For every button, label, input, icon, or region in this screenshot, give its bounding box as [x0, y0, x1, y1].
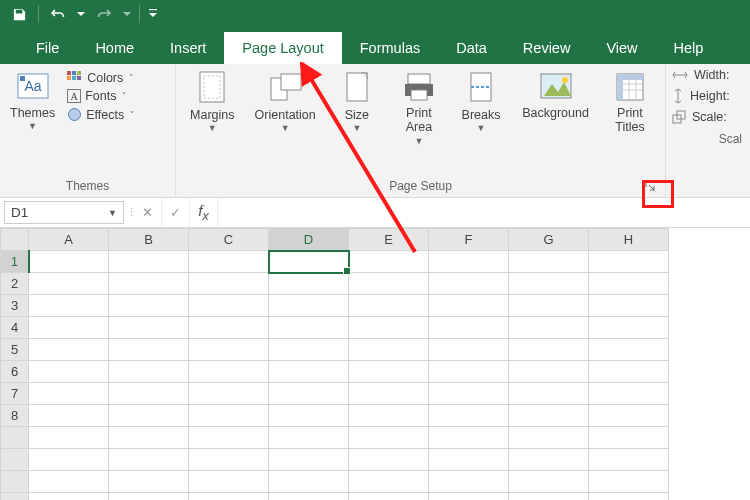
tab-insert[interactable]: Insert — [152, 32, 224, 64]
tab-view[interactable]: View — [588, 32, 655, 64]
tab-help[interactable]: Help — [656, 32, 722, 64]
print-area-label: Print Area — [406, 106, 432, 135]
themes-button[interactable]: Aa Themes ▼ — [6, 68, 59, 133]
separator — [38, 5, 39, 23]
svg-rect-8 — [67, 76, 71, 80]
col-header-d[interactable]: D — [269, 229, 349, 251]
group-themes: Aa Themes ▼ Colors˅ A Fonts˅ Effects˅ — [0, 64, 176, 197]
col-header-h[interactable]: H — [589, 229, 669, 251]
themes-label: Themes — [10, 106, 55, 120]
scale-icon — [672, 110, 686, 124]
width-icon — [672, 69, 688, 81]
cell-d1[interactable] — [269, 251, 349, 273]
svg-rect-7 — [77, 71, 81, 75]
svg-point-24 — [562, 77, 568, 83]
check-icon: ✓ — [170, 205, 181, 220]
caret-down-icon — [149, 9, 157, 19]
effects-label: Effects — [86, 108, 124, 122]
tab-review[interactable]: Review — [505, 32, 589, 64]
redo-button[interactable] — [91, 2, 117, 26]
separator — [139, 5, 140, 23]
caret-down-icon — [77, 10, 85, 18]
margins-icon — [196, 70, 228, 106]
grid-table[interactable]: A B C D E F G H 1 2 3 4 5 6 7 8 — [0, 228, 669, 500]
page-setup-dialog-launcher[interactable] — [643, 179, 657, 193]
background-label: Background — [522, 106, 589, 120]
orientation-button[interactable]: Orientation ▼ — [251, 68, 320, 135]
effects-icon — [67, 107, 82, 122]
background-button[interactable]: Background — [518, 68, 593, 122]
row-header-1[interactable]: 1 — [1, 251, 29, 273]
svg-rect-27 — [617, 74, 623, 100]
enter-formula-button[interactable]: ✓ — [162, 198, 190, 227]
cancel-formula-button[interactable]: ✕ — [134, 198, 162, 227]
row-header-3[interactable]: 3 — [1, 295, 29, 317]
formula-bar: D1 ▼ ⋮ ✕ ✓ fx — [0, 198, 750, 228]
row-header-12[interactable] — [1, 493, 29, 501]
save-button[interactable] — [6, 2, 32, 26]
print-titles-button[interactable]: Print Titles — [605, 68, 655, 137]
colors-button[interactable]: Colors˅ — [63, 70, 139, 86]
margins-button[interactable]: Margins ▼ — [186, 68, 238, 135]
svg-rect-9 — [72, 76, 76, 80]
ribbon-tabs: File Home Insert Page Layout Formulas Da… — [0, 28, 750, 64]
row-header-8[interactable]: 8 — [1, 405, 29, 427]
size-button[interactable]: Size ▼ — [332, 68, 382, 135]
tab-page-layout[interactable]: Page Layout — [224, 32, 341, 64]
name-box-value: D1 — [11, 205, 28, 220]
insert-function-button[interactable]: fx — [190, 198, 218, 227]
quick-access-toolbar — [0, 0, 750, 28]
svg-rect-16 — [347, 73, 367, 101]
svg-rect-15 — [281, 74, 301, 90]
fonts-icon: A — [67, 89, 81, 103]
print-area-button[interactable]: Print Area ▼ — [394, 68, 444, 148]
customize-qat-button[interactable] — [146, 2, 160, 26]
svg-rect-1 — [149, 9, 157, 10]
spreadsheet-grid: A B C D E F G H 1 2 3 4 5 6 7 8 — [0, 228, 750, 500]
orientation-label: Orientation — [255, 108, 316, 122]
row-header-5[interactable]: 5 — [1, 339, 29, 361]
tab-home[interactable]: Home — [77, 32, 152, 64]
svg-rect-6 — [72, 71, 76, 75]
svg-rect-19 — [411, 90, 427, 100]
row-header-9[interactable] — [1, 427, 29, 449]
col-header-e[interactable]: E — [349, 229, 429, 251]
svg-text:Aa: Aa — [24, 78, 41, 94]
redo-icon — [96, 7, 112, 21]
caret-down-icon: ▼ — [28, 122, 37, 131]
fonts-button[interactable]: A Fonts˅ — [63, 88, 139, 104]
dialog-launcher-icon — [645, 181, 656, 192]
effects-button[interactable]: Effects˅ — [63, 106, 139, 123]
row-header-11[interactable] — [1, 471, 29, 493]
col-header-f[interactable]: F — [429, 229, 509, 251]
row-header-4[interactable]: 4 — [1, 317, 29, 339]
breaks-icon — [466, 70, 496, 106]
col-header-b[interactable]: B — [109, 229, 189, 251]
undo-button[interactable] — [45, 2, 71, 26]
col-header-g[interactable]: G — [509, 229, 589, 251]
tab-file[interactable]: File — [18, 32, 77, 64]
redo-more-button[interactable] — [121, 2, 133, 26]
svg-rect-5 — [67, 71, 71, 75]
tab-formulas[interactable]: Formulas — [342, 32, 438, 64]
width-control[interactable]: Width: — [672, 68, 744, 82]
row-header-7[interactable]: 7 — [1, 383, 29, 405]
row-header-10[interactable] — [1, 449, 29, 471]
fonts-label: Fonts — [85, 89, 116, 103]
name-box[interactable]: D1 ▼ — [4, 201, 124, 224]
scale-control[interactable]: Scale: — [672, 110, 744, 124]
height-control[interactable]: Height: — [672, 88, 744, 104]
col-header-a[interactable]: A — [29, 229, 109, 251]
print-titles-icon — [613, 70, 647, 104]
tab-data[interactable]: Data — [438, 32, 505, 64]
undo-icon — [50, 7, 66, 21]
select-all-corner[interactable] — [1, 229, 29, 251]
colors-icon — [67, 71, 83, 85]
fx-icon: fx — [198, 202, 208, 223]
undo-more-button[interactable] — [75, 2, 87, 26]
col-header-c[interactable]: C — [189, 229, 269, 251]
row-header-2[interactable]: 2 — [1, 273, 29, 295]
breaks-button[interactable]: Breaks ▼ — [456, 68, 506, 135]
formula-input[interactable] — [218, 198, 750, 227]
row-header-6[interactable]: 6 — [1, 361, 29, 383]
